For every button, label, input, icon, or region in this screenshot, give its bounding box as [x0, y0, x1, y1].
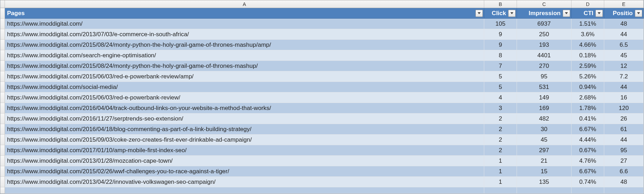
cell-ctr[interactable]: 3.6% — [572, 29, 604, 40]
cell-pages[interactable]: https://www.imoddigital.com/2015/06/03/r… — [5, 71, 484, 82]
cell-position[interactable]: 27 — [604, 156, 644, 166]
cell-impressions[interactable]: 4401 — [517, 50, 572, 61]
row-number[interactable] — [0, 19, 5, 29]
cell-position[interactable]: 44 — [604, 29, 644, 40]
row-number[interactable] — [0, 40, 5, 50]
cell-ctr[interactable]: 4.66% — [572, 40, 604, 50]
cell-pages[interactable]: https://www.imoddigital.com/search-engin… — [5, 50, 484, 61]
cell-position[interactable]: 16 — [604, 92, 644, 103]
cell-pages[interactable]: https://www.imoddigital.com/2015/02/26/w… — [5, 166, 484, 177]
filter-button-position[interactable] — [635, 9, 642, 17]
row-number[interactable] — [0, 71, 5, 82]
row-number[interactable] — [0, 29, 5, 40]
cell-clicks[interactable]: 2 — [484, 135, 517, 145]
cell-pages[interactable]: https://www.imoddigital.com/2015/09/03/c… — [5, 135, 484, 145]
cell-impressions[interactable]: 15 — [517, 166, 572, 177]
cell-impressions[interactable]: 482 — [517, 114, 572, 124]
cell-clicks[interactable]: 1 — [484, 156, 517, 166]
row-number[interactable] — [0, 187, 5, 194]
cell-pages[interactable]: https://www.imoddigital.com/2016/04/18/b… — [5, 124, 484, 135]
column-header-a[interactable]: A — [5, 0, 484, 8]
row-number[interactable] — [0, 8, 5, 19]
cell-ctr[interactable]: 6.67% — [572, 166, 604, 177]
cell-position[interactable]: 26 — [604, 114, 644, 124]
row-number[interactable] — [0, 124, 5, 135]
column-header-b[interactable]: B — [484, 0, 517, 8]
cell-ctr[interactable]: 0.41% — [572, 114, 604, 124]
cell-position[interactable]: 6.5 — [604, 40, 644, 50]
cell-ctr[interactable] — [572, 187, 604, 194]
cell-ctr[interactable]: 2.59% — [572, 61, 604, 71]
row-number[interactable] — [0, 92, 5, 103]
row-number[interactable] — [0, 177, 5, 187]
cell-position[interactable]: 44 — [604, 82, 644, 92]
row-number[interactable] — [0, 114, 5, 124]
cell-clicks[interactable]: 9 — [484, 29, 517, 40]
cell-pages[interactable]: https://www.imoddigital.com/social-media… — [5, 82, 484, 92]
row-number[interactable] — [0, 145, 5, 156]
row-number[interactable] — [0, 166, 5, 177]
cell-pages[interactable]: https://www.imoddigital.com/2013/04/22/i… — [5, 177, 484, 187]
cell-impressions[interactable]: 531 — [517, 82, 572, 92]
cell-impressions[interactable]: 135 — [517, 177, 572, 187]
cell-impressions[interactable]: 193 — [517, 40, 572, 50]
cell-ctr[interactable]: 1.78% — [572, 103, 604, 114]
cell-pages[interactable]: https://www.imoddigital.com/2013/01/28/m… — [5, 156, 484, 166]
cell-impressions[interactable]: 21 — [517, 156, 572, 166]
cell-ctr[interactable]: 4.44% — [572, 135, 604, 145]
cell-clicks[interactable]: 5 — [484, 82, 517, 92]
cell-pages[interactable]: https://www.imoddigital.com/2015/08/24/m… — [5, 40, 484, 50]
cell-position[interactable]: 120 — [604, 103, 644, 114]
header-position[interactable]: Positio — [604, 8, 644, 19]
header-ctr[interactable]: CTI — [572, 8, 604, 19]
cell-ctr[interactable]: 0.67% — [572, 145, 604, 156]
header-clicks[interactable]: Click — [484, 8, 517, 19]
cell-position[interactable]: 48 — [604, 19, 644, 29]
cell-clicks[interactable]: 2 — [484, 145, 517, 156]
cell-position[interactable]: 45 — [604, 50, 644, 61]
cell-position[interactable]: 48 — [604, 177, 644, 187]
cell-impressions[interactable]: 250 — [517, 29, 572, 40]
cell-clicks[interactable]: 4 — [484, 92, 517, 103]
cell-ctr[interactable]: 6.67% — [572, 124, 604, 135]
cell-pages[interactable]: https://www.imoddigital.com/2016/04/04/t… — [5, 103, 484, 114]
cell-impressions[interactable]: 297 — [517, 145, 572, 156]
cell-clicks[interactable]: 7 — [484, 61, 517, 71]
row-number[interactable] — [0, 61, 5, 71]
column-header-d[interactable]: D — [572, 0, 604, 8]
row-number[interactable] — [0, 82, 5, 92]
cell-ctr[interactable]: 1.51% — [572, 19, 604, 29]
row-number[interactable] — [0, 103, 5, 114]
cell-ctr[interactable]: 5.26% — [572, 71, 604, 82]
header-impressions[interactable]: Impression — [517, 8, 572, 19]
filter-button-impressions[interactable] — [563, 9, 570, 17]
cell-pages[interactable]: https://www.imoddigital.com/2015/08/24/m… — [5, 61, 484, 71]
filter-button-clicks[interactable] — [508, 9, 516, 17]
cell-impressions[interactable]: 45 — [517, 135, 572, 145]
cell-clicks[interactable] — [484, 187, 517, 194]
cell-pages[interactable]: https://www.imoddigital.com/2017/01/10/a… — [5, 145, 484, 156]
cell-position[interactable]: 44 — [604, 135, 644, 145]
cell-clicks[interactable]: 105 — [484, 19, 517, 29]
cell-impressions[interactable]: 149 — [517, 92, 572, 103]
cell-impressions[interactable]: 169 — [517, 103, 572, 114]
row-number[interactable] — [0, 135, 5, 145]
cell-ctr[interactable]: 0.94% — [572, 82, 604, 92]
cell-pages[interactable]: https://www.imoddigital.com/2013/07/03/e… — [5, 29, 484, 40]
cell-position[interactable]: 12 — [604, 61, 644, 71]
cell-position[interactable]: 6.6 — [604, 166, 644, 177]
column-header-c[interactable]: C — [517, 0, 572, 8]
select-all-corner[interactable] — [0, 0, 5, 8]
cell-impressions[interactable]: 6937 — [517, 19, 572, 29]
cell-pages[interactable]: https://www.imoddigital.com/2015/06/03/r… — [5, 92, 484, 103]
header-pages[interactable]: Pages — [5, 8, 484, 19]
cell-clicks[interactable]: 9 — [484, 40, 517, 50]
cell-ctr[interactable]: 4.76% — [572, 156, 604, 166]
cell-clicks[interactable]: 5 — [484, 71, 517, 82]
cell-position[interactable]: 61 — [604, 124, 644, 135]
cell-impressions[interactable]: 270 — [517, 61, 572, 71]
cell-ctr[interactable]: 0.18% — [572, 50, 604, 61]
cell-position[interactable]: 7.2 — [604, 71, 644, 82]
cell-pages[interactable]: https://www.imoddigital.com/ — [5, 19, 484, 29]
cell-clicks[interactable]: 8 — [484, 50, 517, 61]
